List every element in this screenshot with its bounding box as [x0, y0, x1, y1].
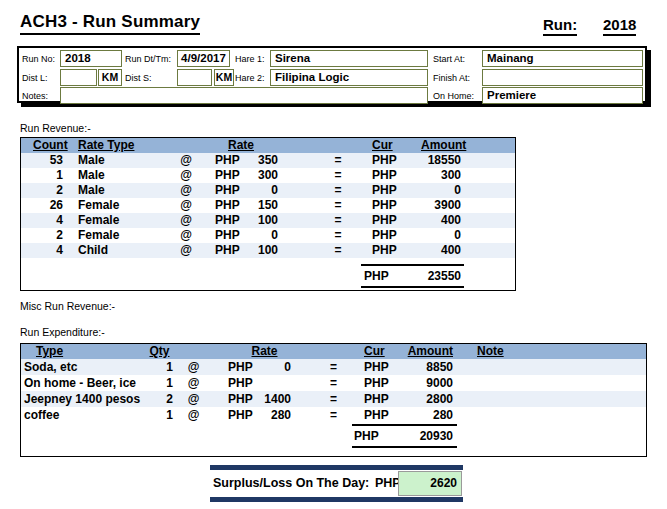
- currency-label: PHP: [211, 183, 256, 198]
- equals-symbol: =: [281, 168, 371, 183]
- run-date-field[interactable]: 4/9/2017: [177, 50, 230, 67]
- dist-l-field[interactable]: [60, 69, 97, 86]
- amount-cell: 0: [421, 228, 517, 243]
- at-symbol: @: [161, 168, 211, 183]
- rate-type-header: Rate Type: [66, 138, 161, 153]
- at-symbol: @: [161, 183, 211, 198]
- expenditure-total: PHP 20930: [352, 424, 457, 448]
- currency-label: PHP: [371, 168, 421, 183]
- equals-symbol: =: [301, 407, 356, 423]
- type-cell: Jeepney 1400 pesos: [21, 391, 146, 407]
- type-cell: On home - Beer, ice: [21, 375, 146, 391]
- rate-cell: 100: [256, 243, 281, 258]
- spacer: [301, 344, 356, 359]
- count-cell: 2: [21, 183, 66, 198]
- currency-label: PHP: [211, 198, 256, 213]
- currency-label: PHP: [371, 198, 421, 213]
- at-symbol: @: [161, 198, 211, 213]
- amount-cell: 280: [406, 407, 476, 423]
- currency-label: PHP: [216, 359, 261, 375]
- amount-cell: 18550: [421, 153, 517, 168]
- qty-cell: 2: [146, 391, 181, 407]
- rate-cell: 150: [256, 198, 281, 213]
- amount-cell: 8850: [406, 359, 476, 375]
- spacer: [181, 344, 216, 359]
- at-symbol: @: [181, 359, 216, 375]
- at-symbol: @: [161, 153, 211, 168]
- hare1-label: Hare 1:: [235, 54, 265, 64]
- on-home-field[interactable]: Premiere: [482, 87, 643, 104]
- at-symbol: @: [181, 391, 216, 407]
- currency-label: PHP: [356, 359, 406, 375]
- amount-cell: 300: [421, 168, 517, 183]
- amount-header: Amount: [421, 138, 517, 153]
- currency-label: PHP: [371, 183, 421, 198]
- equals-symbol: =: [301, 359, 356, 375]
- hare1-field[interactable]: Sirena: [270, 50, 428, 67]
- table-row: coffee 1 @ PHP 280 = PHP 280: [21, 407, 646, 423]
- rate-header: Rate: [211, 138, 281, 153]
- note-cell: [476, 359, 648, 375]
- currency-label: PHP: [211, 213, 256, 228]
- amount-header: Amount: [406, 344, 476, 359]
- amount-cell: 400: [421, 243, 517, 258]
- currency-label: PHP: [371, 153, 421, 168]
- rate-type-cell: Child: [66, 243, 161, 258]
- rate-type-cell: Female: [66, 213, 161, 228]
- currency-label: PHP: [211, 153, 256, 168]
- currency-label: PHP: [216, 391, 261, 407]
- run-details-form: Run No: Run Dt/Tm: Hare 1: Start At: 201…: [17, 46, 647, 103]
- equals-symbol: =: [281, 198, 371, 213]
- surplus-row: Surplus/Loss On The Day: PHP 2620: [210, 470, 463, 497]
- currency-label: PHP: [356, 391, 406, 407]
- qty-cell: 1: [146, 375, 181, 391]
- currency-label: PHP: [356, 407, 406, 423]
- at-symbol: @: [181, 375, 216, 391]
- dist-l-label: Dist L:: [22, 73, 48, 83]
- currency-label: PHP: [211, 243, 256, 258]
- amount-cell: 2800: [406, 391, 476, 407]
- currency-label: PHP: [211, 228, 256, 243]
- amount-cell: 9000: [406, 375, 476, 391]
- at-symbol: @: [181, 407, 216, 423]
- finish-at-field[interactable]: [482, 69, 643, 86]
- qty-header: Qty: [146, 344, 181, 359]
- total-currency-label: PHP: [354, 429, 379, 443]
- page-title: ACH3 - Run Summary: [20, 12, 200, 35]
- currency-label: PHP: [371, 213, 421, 228]
- rate-cell: 0: [261, 359, 301, 375]
- amount-cell: 400: [421, 213, 517, 228]
- equals-symbol: =: [281, 213, 371, 228]
- rate-cell: 0: [256, 183, 281, 198]
- qty-cell: 1: [146, 359, 181, 375]
- run-revenue-table: Count Rate Type Rate Cur Amount 53 Male …: [20, 137, 516, 291]
- surplus-label: Surplus/Loss On The Day:: [213, 476, 369, 490]
- notes-field[interactable]: [60, 87, 428, 104]
- start-at-field[interactable]: Mainang: [482, 50, 643, 67]
- total-amount: 20930: [420, 429, 453, 443]
- hare2-field[interactable]: Filipina Logic: [270, 69, 428, 86]
- dist-s-field[interactable]: [177, 69, 212, 86]
- note-cell: [476, 391, 648, 407]
- amount-cell: 0: [421, 183, 517, 198]
- rate-header: Rate: [216, 344, 301, 359]
- currency-label: PHP: [211, 168, 256, 183]
- expenditure-header-row: Type Qty Rate Cur Amount Note: [21, 344, 646, 359]
- at-symbol: @: [161, 243, 211, 258]
- revenue-total: PHP 23550: [361, 264, 464, 288]
- rate-cell: 0: [256, 228, 281, 243]
- count-cell: 2: [21, 228, 66, 243]
- at-symbol: @: [161, 228, 211, 243]
- start-at-label: Start At:: [433, 54, 465, 64]
- run-no-field[interactable]: 2018: [60, 50, 122, 67]
- run-revenue-section-label: Run Revenue:-: [20, 122, 91, 134]
- rate-type-cell: Female: [66, 228, 161, 243]
- table-row: Jeepney 1400 pesos 2 @ PHP 1400 = PHP 28…: [21, 391, 646, 407]
- table-row: On home - Beer, ice 1 @ PHP = PHP 9000: [21, 375, 646, 391]
- run-no-label: Run No:: [22, 54, 55, 64]
- surplus-currency-label: PHP: [375, 476, 401, 490]
- equals-symbol: =: [281, 243, 371, 258]
- type-cell: coffee: [21, 407, 146, 423]
- run-label: Run:: [543, 16, 577, 36]
- table-row: 2 Male @ PHP 0 = PHP 0: [21, 183, 515, 198]
